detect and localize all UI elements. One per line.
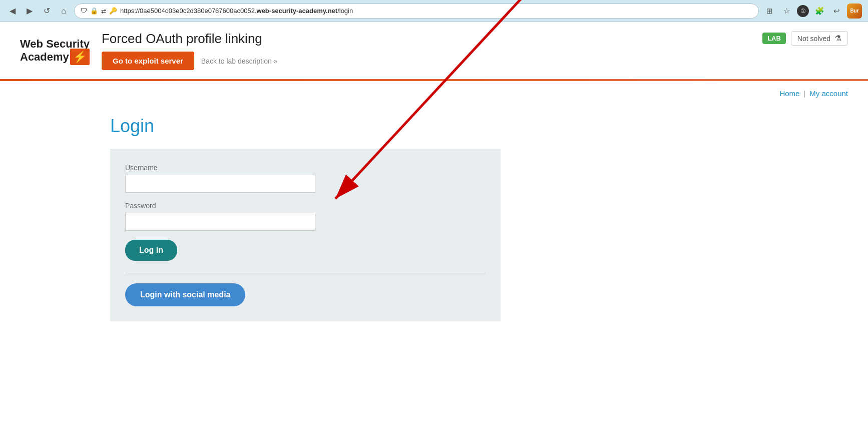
lab-buttons: Go to exploit server Back to lab descrip… <box>102 52 277 70</box>
back-to-lab-link[interactable]: Back to lab description » <box>201 57 278 65</box>
lab-badge: LAB <box>762 33 786 44</box>
password-label: Password <box>125 202 486 210</box>
back-button[interactable]: ◀ <box>6 5 19 18</box>
form-divider <box>125 273 486 273</box>
browser-actions: ⊞ ☆ ① 🧩 ↩ Bur <box>763 4 862 19</box>
address-bar[interactable]: 🛡 🔒 ⇄ 🔑 https://0ae5004d03e0c2d380e07676… <box>74 4 759 19</box>
page-title: Login <box>110 116 531 137</box>
profile-icon[interactable]: ① <box>797 5 809 17</box>
forward-button[interactable]: ▶ <box>23 5 36 18</box>
connection-icon: ⇄ <box>101 8 106 15</box>
lab-header-left: Web Security Academy⚡ Forced OAuth profi… <box>20 31 277 70</box>
username-group: Username <box>125 164 486 193</box>
logo-text: Web Security Academy⚡ <box>20 38 90 64</box>
burp-suite-icon[interactable]: Bur <box>847 4 862 19</box>
undo-icon[interactable]: ↩ <box>830 5 843 18</box>
login-form-container: Username Password Log in Login with soci… <box>110 149 501 321</box>
lab-info: Forced OAuth profile linking Go to explo… <box>102 31 277 70</box>
extensions-icon[interactable]: 🧩 <box>813 5 826 18</box>
page-nav: Home | My account <box>0 81 868 106</box>
logo-icon: ⚡ <box>70 49 90 65</box>
password-group: Password <box>125 202 486 231</box>
flask-icon: ⚗ <box>834 34 841 43</box>
social-login-button[interactable]: Login with social media <box>125 283 245 306</box>
login-button[interactable]: Log in <box>125 240 177 261</box>
logo: Web Security Academy⚡ <box>20 38 90 64</box>
username-input[interactable] <box>125 175 315 193</box>
nav-separator: | <box>803 89 805 98</box>
home-button[interactable]: ⌂ <box>57 5 70 18</box>
home-link[interactable]: Home <box>779 89 799 98</box>
shield-icon: 🛡 <box>81 7 87 15</box>
password-input[interactable] <box>125 213 315 231</box>
key-icon: 🔑 <box>109 7 117 15</box>
lab-title: Forced OAuth profile linking <box>102 31 277 47</box>
lab-badge-area: LAB Not solved ⚗ <box>762 31 848 46</box>
qr-icon[interactable]: ⊞ <box>763 5 776 18</box>
my-account-link[interactable]: My account <box>809 89 848 98</box>
url-display: https://0ae5004d03e0c2d380e0767600ac0052… <box>120 7 353 15</box>
lab-status: Not solved ⚗ <box>791 31 848 46</box>
main-content: Login Username Password Log in Login wit… <box>0 106 551 331</box>
reload-button[interactable]: ↺ <box>40 5 53 18</box>
username-label: Username <box>125 164 486 172</box>
browser-chrome: ◀ ▶ ↺ ⌂ 🛡 🔒 ⇄ 🔑 https://0ae5004d03e0c2d3… <box>0 0 868 22</box>
lock-icon: 🔒 <box>90 7 98 15</box>
exploit-server-button[interactable]: Go to exploit server <box>102 52 194 70</box>
star-icon[interactable]: ☆ <box>780 5 793 18</box>
lab-header: Web Security Academy⚡ Forced OAuth profi… <box>0 22 868 70</box>
